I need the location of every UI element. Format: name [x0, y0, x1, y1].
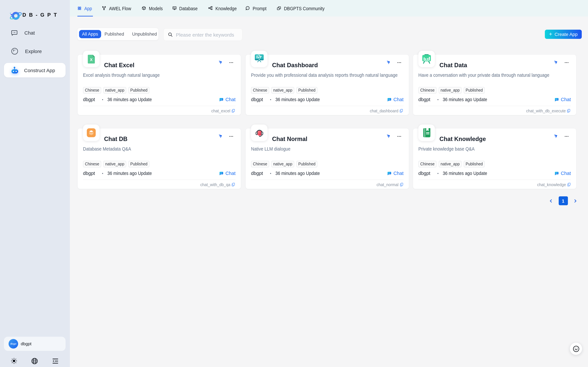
svg-text:X: X — [90, 57, 92, 62]
svg-text:DB-GPT: DB-GPT — [22, 12, 60, 18]
svg-text:SQL: SQL — [173, 7, 176, 9]
